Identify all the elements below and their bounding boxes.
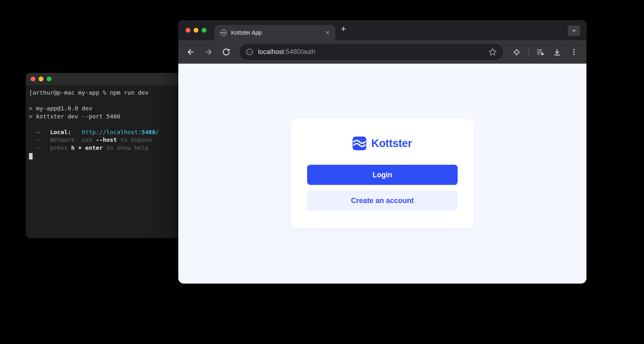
playlist-button[interactable] [533,44,548,60]
download-icon [553,48,561,56]
tab-search-button[interactable] [568,25,580,36]
browser-window: Kottster App × + localhost:5480/auth [178,20,586,284]
arrow-right-icon [204,48,213,56]
maximize-icon[interactable] [47,77,52,81]
forward-button[interactable] [201,44,216,60]
create-account-button[interactable]: Create an account [307,191,458,211]
svg-point-12 [573,51,574,52]
reload-button[interactable] [219,44,234,60]
svg-marker-9 [542,53,543,55]
auth-card: Kottster Login Create an account [291,119,474,228]
close-icon[interactable] [186,28,190,33]
minimize-icon[interactable] [39,77,43,81]
terminal-cursor [29,153,33,160]
minimize-icon[interactable] [194,28,198,33]
globe-icon [220,29,227,36]
extensions-button[interactable] [509,44,524,60]
brand-name: Kottster [371,137,412,150]
playlist-icon [536,48,544,56]
back-button[interactable] [183,44,198,60]
terminal-traffic-lights [31,77,52,81]
star-icon[interactable] [489,48,497,56]
address-bar[interactable]: localhost:5480/auth [239,44,503,60]
browser-toolbar: localhost:5480/auth [178,40,586,64]
browser-tabstrip: Kottster App × + [178,20,586,40]
page-viewport: Kottster Login Create an account [178,64,586,284]
close-tab-icon[interactable]: × [325,29,330,37]
browser-traffic-lights [186,28,206,33]
browser-tab[interactable]: Kottster App × [215,25,335,40]
puzzle-icon [512,48,520,56]
tab-title: Kottster App [231,29,321,36]
arrow-left-icon [186,48,195,56]
info-icon [246,48,253,56]
svg-point-13 [573,54,574,55]
menu-button[interactable] [566,44,582,60]
close-icon[interactable] [31,77,35,81]
downloads-button[interactable] [549,44,565,60]
login-button[interactable]: Login [307,165,458,185]
url-text: localhost:5480/auth [258,48,316,56]
brand-logo-icon [353,137,366,150]
reload-icon [222,48,230,56]
svg-marker-5 [489,49,496,55]
toolbar-right [509,44,582,60]
maximize-icon[interactable] [202,28,206,33]
new-tab-button[interactable]: + [341,24,346,34]
svg-point-11 [573,49,574,50]
brand: Kottster [307,137,458,150]
separator [528,48,528,56]
kebab-menu-icon [570,48,578,56]
chevron-down-icon [571,28,577,33]
